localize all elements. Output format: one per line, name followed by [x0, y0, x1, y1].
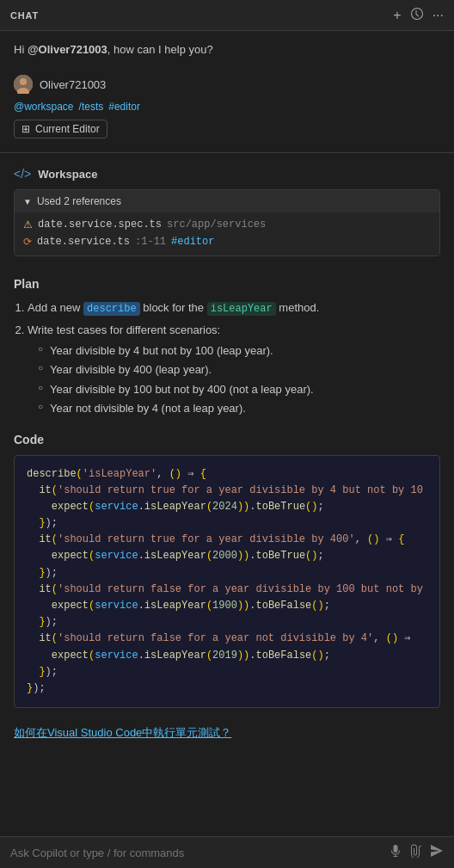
- header-actions: + ···: [393, 7, 444, 24]
- greeting-suffix: , how can I help you?: [107, 43, 213, 56]
- code-line-2: it('should return true for a year divisi…: [27, 483, 427, 499]
- user-section: Oliver721003 @workspace /tests #editor ⊞…: [0, 68, 454, 145]
- references-content: ⚠ date.service.spec.ts src/app/services …: [15, 212, 439, 255]
- plan-list: Add a new describe block for the isLeapY…: [14, 299, 440, 417]
- microphone-icon[interactable]: [389, 844, 402, 861]
- references-header[interactable]: ▼ Used 2 references: [15, 190, 439, 212]
- isleapyear-highlight: isLeapYear: [207, 302, 276, 316]
- ref-filename-2: date.service.ts: [37, 236, 130, 248]
- workspace-label: Workspace: [38, 168, 97, 181]
- ref-item-2: ⟳ date.service.ts:1-11 #editor: [23, 233, 431, 250]
- warning-icon: ⚠: [23, 219, 33, 231]
- ref-range-2: :1-11: [135, 236, 166, 248]
- chevron-down-icon: ▼: [23, 197, 32, 206]
- workspace-section: </> Workspace ▼ Used 2 references ⚠ date…: [0, 160, 454, 268]
- divider-1: [0, 152, 454, 153]
- code-line-15: expect(service.isLeapYear(2019)).toBeFal…: [27, 648, 427, 664]
- current-editor-label: Current Editor: [35, 123, 100, 135]
- user-name-label: Oliver721003: [40, 78, 106, 91]
- input-section: [0, 836, 454, 868]
- ref-item-1: ⚠ date.service.spec.ts src/app/services: [23, 216, 431, 233]
- code-line-14: it('should return false for a year not d…: [27, 631, 427, 647]
- code-line-12: });: [27, 614, 427, 631]
- code-line-6: it('should return true for a year divisi…: [27, 532, 427, 548]
- input-icons: [389, 844, 444, 861]
- describe-highlight: describe: [83, 302, 140, 316]
- code-title: Code: [14, 433, 440, 446]
- tag-editor[interactable]: #editor: [108, 101, 140, 113]
- link-text[interactable]: 如何在Visual Studio Code中執行單元測試？: [14, 726, 231, 739]
- user-row: Oliver721003: [14, 75, 440, 94]
- header-title: CHAT: [10, 10, 39, 21]
- plan-title: Plan: [14, 277, 440, 291]
- avatar: [14, 75, 33, 94]
- sub-item-1: Year divisible by 4 but not by 100 (leap…: [38, 342, 440, 360]
- references-text: Used 2 references: [37, 195, 121, 207]
- code-line-4: });: [27, 515, 427, 532]
- code-line-16: });: [27, 664, 427, 680]
- workspace-row: </> Workspace: [14, 167, 440, 181]
- code-line-17: });: [27, 680, 427, 697]
- sub-item-3: Year divisible by 100 but not by 400 (no…: [38, 381, 440, 398]
- ref-hash-2: #editor: [171, 236, 214, 248]
- tags-row: @workspace /tests #editor: [14, 101, 440, 113]
- code-line-8: });: [27, 565, 427, 582]
- ref-filename-1: date.service.spec.ts: [38, 219, 162, 231]
- tag-workspace[interactable]: @workspace: [14, 101, 74, 113]
- code-line-1: describe('isLeapYear', () ⇒ {: [27, 466, 427, 483]
- tag-tests[interactable]: /tests: [79, 101, 104, 113]
- code-block: describe('isLeapYear', () ⇒ { it('should…: [14, 455, 440, 709]
- code-line-7: expect(service.isLeapYear(2000)).toBeTru…: [27, 548, 427, 564]
- send-icon[interactable]: [430, 844, 444, 861]
- plan-section: Plan Add a new describe block for the is…: [0, 268, 454, 428]
- current-editor-button[interactable]: ⊞ Current Editor: [14, 120, 107, 139]
- sub-item-2: Year divisible by 400 (leap year).: [38, 361, 440, 379]
- greeting-username: @Oliver721003: [28, 43, 107, 56]
- attach-icon[interactable]: [409, 844, 423, 861]
- greeting-prefix: Hi: [14, 43, 28, 56]
- svg-point-1: [20, 78, 27, 85]
- references-box: ▼ Used 2 references ⚠ date.service.spec.…: [14, 189, 440, 256]
- code-line-11: expect(service.isLeapYear(1900)).toBeFal…: [27, 598, 427, 614]
- sub-list: Year divisible by 4 but not by 100 (leap…: [28, 342, 440, 417]
- plan-item-1: Add a new describe block for the isLeapY…: [28, 299, 440, 317]
- code-line-3: expect(service.isLeapYear(2024)).toBeTru…: [27, 499, 427, 515]
- code-section: Code describe('isLeapYear', () ⇒ { it('s…: [0, 428, 454, 717]
- header: CHAT + ···: [0, 0, 454, 31]
- sync-icon: ⟳: [23, 236, 32, 248]
- more-icon[interactable]: ···: [433, 8, 444, 23]
- history-icon[interactable]: [410, 7, 424, 24]
- workspace-icon: </>: [14, 167, 31, 181]
- greeting: Hi @Oliver721003, how can I help you?: [0, 31, 454, 68]
- new-chat-icon[interactable]: +: [393, 8, 401, 23]
- link-section: 如何在Visual Studio Code中執行單元測試？: [0, 717, 454, 749]
- sub-item-4: Year not divisible by 4 (not a leap year…: [38, 400, 440, 417]
- ref-path-1: src/app/services: [167, 219, 266, 231]
- plan-item-2: Write test cases for different scenarios…: [28, 322, 440, 417]
- editor-icon: ⊞: [21, 123, 30, 135]
- chat-input[interactable]: [10, 846, 382, 859]
- code-line-10: it('should return false for a year divis…: [27, 582, 427, 598]
